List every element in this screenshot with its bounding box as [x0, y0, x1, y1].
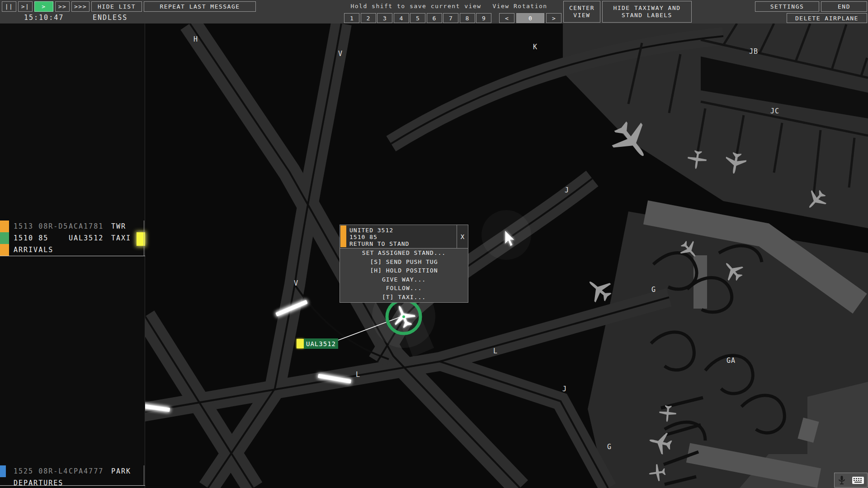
context-menu-items: SET ASSIGNED STAND...[S] SEND PUSH TUG[H… [340, 249, 468, 302]
section-divider [0, 256, 145, 256]
arrival-strip-aca1781[interactable]: 1513 08R-D5 ACA1781 TWR [0, 221, 145, 232]
strip-time-runway: 1510 85 [14, 232, 48, 244]
menu-flight-action: RETURN TO STAND [349, 240, 409, 247]
view-preset-button[interactable]: 8 [460, 13, 475, 23]
arrival-strip-ual3512[interactable]: 1510 85 UAL3512 TAXI [0, 232, 145, 244]
taxiway-label: GA [726, 357, 736, 365]
rotation-next-button[interactable]: > [546, 13, 561, 23]
arrivals-header: ARRIVALS [14, 244, 53, 256]
taxiway-label: K [533, 43, 538, 51]
status-color-marker [340, 225, 346, 247]
settings-button[interactable]: SETTINGS [755, 1, 819, 12]
delete-airplane-button[interactable]: DELETE AIRPLANE [787, 13, 867, 23]
strip-callsign: CPA4777 [69, 465, 104, 477]
departures-header-row: DEPARTURES [0, 477, 145, 488]
taxiway-label: V [294, 279, 298, 287]
aircraft-context-menu: UNITED 3512 1510 85 RETURN TO STAND X SE… [340, 225, 468, 303]
strip-status: TWR [111, 221, 126, 232]
strip-callsign: ACA1781 [69, 221, 104, 232]
taxiway-label: L [356, 371, 360, 379]
strip-status: PARK [111, 465, 131, 477]
strip-status-marker [0, 221, 9, 232]
strip-status: TAXI [111, 232, 131, 244]
taxiway-label: H [193, 35, 198, 43]
context-menu-header: UNITED 3512 1510 85 RETURN TO STAND X [340, 225, 468, 249]
taxiway-label: L [493, 347, 498, 355]
tag-priority-square [297, 339, 304, 348]
section-divider [0, 485, 145, 486]
strip-callsign: UAL3512 [69, 232, 104, 244]
departures-header: DEPARTURES [14, 477, 63, 488]
view-preset-button[interactable]: 1 [344, 13, 359, 23]
mode-label: ENDLESS [93, 14, 127, 22]
strip-status-marker [0, 232, 9, 244]
pause-button[interactable]: || [2, 1, 16, 12]
departure-strip-cpa4777[interactable]: 1525 08R-L4 CPA4777 PARK [0, 465, 145, 477]
view-preset-button[interactable]: 2 [361, 13, 376, 23]
taxiway-label: JC [770, 107, 779, 115]
menu-item[interactable]: FOLLOW... [340, 285, 468, 294]
rotation-prev-button[interactable]: < [499, 13, 514, 23]
center-view-button[interactable]: CENTER VIEW [563, 1, 600, 23]
menu-item[interactable]: [H] HOLD POSITION [340, 267, 468, 276]
save-view-hint: Hold shift to save current view [348, 3, 484, 9]
end-button[interactable]: END [821, 1, 867, 12]
flight-strip-sidebar: 1513 08R-D5 ACA1781 TWR 1510 85 UAL3512 … [0, 23, 145, 488]
aircraft-center-dot [402, 315, 405, 318]
step-button[interactable]: >| [18, 1, 33, 12]
taxiway-label: G [651, 286, 656, 294]
close-icon[interactable]: X [457, 225, 468, 248]
view-preset-button[interactable]: 7 [443, 13, 458, 23]
fastest-forward-button[interactable]: >>> [71, 1, 90, 12]
hide-taxiway-labels-button[interactable]: HIDE TAXIWAY AND STAND LABELS [602, 1, 692, 23]
top-toolbar: || >| > >> >>> HIDE LIST REPEAT LAST MES… [0, 0, 868, 23]
taxiway-label: V [338, 50, 343, 58]
taxiway-label: JB [749, 47, 758, 56]
view-preset-button[interactable]: 5 [410, 13, 425, 23]
view-rotation-label: View Rotation [491, 3, 549, 9]
strip-status-marker [0, 465, 6, 477]
fast-forward-button[interactable]: >> [55, 1, 70, 12]
view-preset-button[interactable]: 3 [377, 13, 392, 23]
strip-time-runway: 1513 08R-D5 [14, 221, 68, 232]
play-button[interactable]: > [34, 1, 53, 12]
clock: 15:10:47 [24, 14, 64, 22]
airport-map[interactable]: UAL3512 HVKJBJCJVGLLGAJG [145, 23, 868, 488]
keyboard-icon[interactable] [852, 476, 864, 485]
strip-list-border [144, 221, 144, 256]
input-tray [834, 473, 868, 488]
menu-flight-info: 1510 85 [349, 234, 409, 240]
view-preset-button[interactable]: 9 [476, 13, 491, 23]
tag-callsign: UAL3512 [306, 340, 336, 347]
menu-flight-title: UNITED 3512 [349, 227, 409, 234]
taxiway-label: J [562, 385, 567, 393]
repeat-last-message-button[interactable]: REPEAT LAST MESSAGE [144, 1, 256, 12]
menu-item[interactable]: [S] SEND PUSH TUG [340, 258, 468, 267]
hide-list-button[interactable]: HIDE LIST [91, 1, 142, 12]
view-preset-button[interactable]: 6 [427, 13, 442, 23]
menu-item[interactable]: SET ASSIGNED STAND... [340, 249, 468, 258]
taxiway-label: J [565, 186, 569, 194]
strip-time-runway: 1525 08R-L4 [14, 465, 68, 477]
game-window: || >| > >> >>> HIDE LIST REPEAT LAST MES… [0, 0, 868, 488]
microphone-icon[interactable] [838, 475, 846, 486]
taxiway-label: G [607, 443, 612, 451]
rotation-current-button[interactable]: 0 [516, 13, 544, 23]
section-marker [0, 244, 9, 256]
strip-list-border [144, 465, 144, 486]
menu-item[interactable]: GIVE WAY... [340, 276, 468, 285]
menu-item[interactable]: [T] TAXI... [340, 294, 468, 303]
arrivals-header-row: ARRIVALS [0, 244, 145, 256]
view-preset-button[interactable]: 4 [394, 13, 409, 23]
